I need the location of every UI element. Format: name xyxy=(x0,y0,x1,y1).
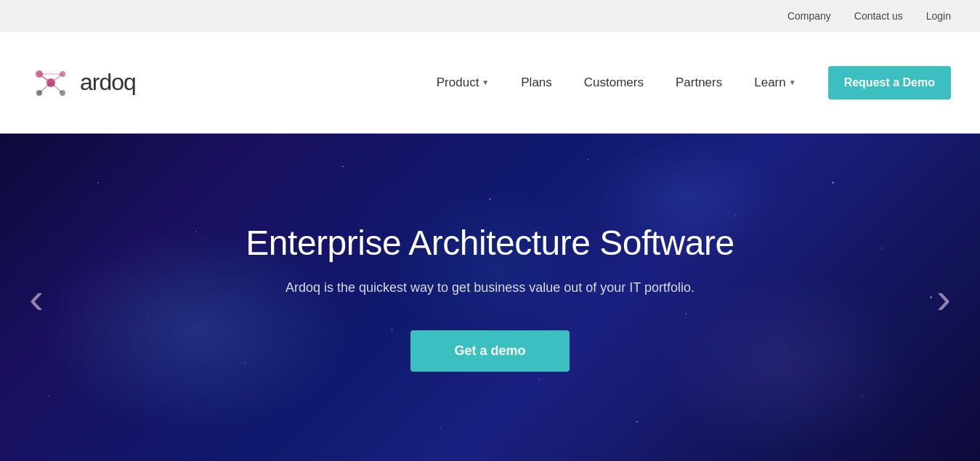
svg-line-6 xyxy=(51,74,62,83)
nav-customers[interactable]: Customers xyxy=(572,70,655,96)
learn-chevron-icon: ▼ xyxy=(789,78,796,86)
logo-link[interactable]: ardoq xyxy=(29,61,136,105)
nav-partners[interactable]: Partners xyxy=(664,70,734,96)
hero-subtitle: Ardoq is the quickest way to get busines… xyxy=(246,280,734,295)
svg-line-8 xyxy=(51,83,62,93)
main-nav: ardoq Product ▼ Plans Customers Partners… xyxy=(0,32,980,134)
product-chevron-icon: ▼ xyxy=(482,78,489,86)
contact-link[interactable]: Contact us xyxy=(854,10,903,22)
carousel-right-arrow[interactable]: › xyxy=(922,258,965,337)
request-demo-button[interactable]: Request a Demo xyxy=(828,66,951,99)
svg-line-7 xyxy=(39,83,51,93)
hero-content: Enterprise Architecture Software Ardoq i… xyxy=(216,223,763,372)
top-bar: Company Contact us Login xyxy=(0,0,980,32)
carousel-left-arrow[interactable]: ‹ xyxy=(15,258,58,337)
svg-line-5 xyxy=(39,74,51,83)
login-link[interactable]: Login xyxy=(926,10,951,22)
logo-icon xyxy=(29,61,73,105)
hero-title: Enterprise Architecture Software xyxy=(246,223,734,263)
nav-product[interactable]: Product ▼ xyxy=(425,70,501,96)
logo-text: ardoq xyxy=(80,69,136,96)
hero-section: ‹ Enterprise Architecture Software Ardoq… xyxy=(0,134,980,461)
get-demo-button[interactable]: Get a demo xyxy=(410,330,569,372)
nav-learn[interactable]: Learn ▼ xyxy=(742,70,807,96)
nav-links: Product ▼ Plans Customers Partners Learn… xyxy=(425,66,951,99)
nav-plans[interactable]: Plans xyxy=(509,70,564,96)
company-link[interactable]: Company xyxy=(787,10,831,22)
